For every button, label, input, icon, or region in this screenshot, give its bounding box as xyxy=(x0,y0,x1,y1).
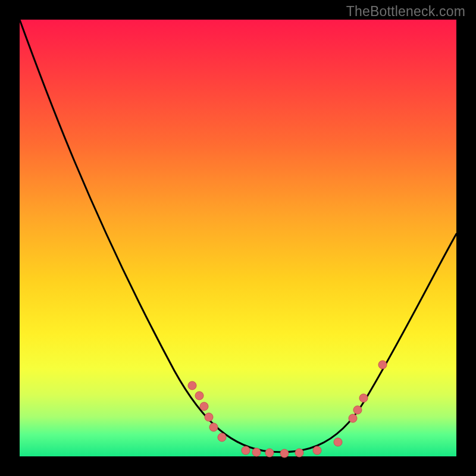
curve-marker xyxy=(242,446,250,455)
curve-markers xyxy=(188,361,387,458)
chart-frame: TheBottleneck.com xyxy=(0,0,476,476)
watermark-text: TheBottleneck.com xyxy=(346,4,465,20)
bottleneck-curve xyxy=(20,20,456,452)
curve-marker xyxy=(200,402,208,411)
curve-marker xyxy=(295,449,303,457)
curve-marker xyxy=(280,449,289,458)
curve-marker xyxy=(188,381,196,390)
curve-marker xyxy=(349,414,357,422)
bottleneck-curve-svg xyxy=(20,20,456,456)
curve-marker xyxy=(313,446,321,455)
curve-marker xyxy=(359,394,368,402)
curve-marker xyxy=(209,423,218,431)
curve-marker xyxy=(195,392,203,400)
curve-marker xyxy=(334,438,342,446)
curve-marker xyxy=(353,406,362,414)
curve-marker xyxy=(265,449,274,457)
curve-marker xyxy=(252,448,261,456)
curve-marker xyxy=(378,361,387,369)
curve-marker xyxy=(218,433,226,441)
plot-area xyxy=(20,20,456,456)
curve-marker xyxy=(205,413,213,421)
